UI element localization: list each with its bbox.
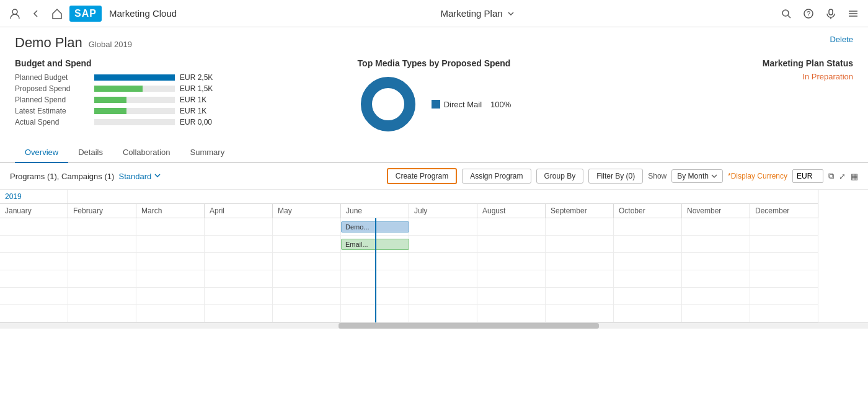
user-icon[interactable] [7,6,22,21]
budget-label: Latest Estimate [15,107,89,115]
gantt-cell [477,253,546,270]
home-icon[interactable] [50,6,64,21]
gantt-cell [682,288,750,304]
gantt-cell [750,218,818,235]
gantt-cell [682,270,750,287]
media-panel: Top Media Types by Proposed Spend Direct… [247,58,621,135]
gantt-cell [546,270,614,287]
filter-by-button[interactable]: Filter By (0) [588,169,643,184]
gantt-cell [409,236,477,252]
page-center-title: Marketing Plan [182,8,774,19]
gantt-cell [273,288,341,304]
tab-details[interactable]: Details [68,143,113,163]
show-label: Show [648,172,666,180]
dashboard: Budget and Spend Planned Budget EUR 2,5K… [0,51,868,143]
gantt-cell [409,270,477,287]
gantt-cell [409,253,477,270]
budget-value: EUR 0,00 [180,118,212,126]
gantt-cell [0,218,68,235]
gantt-cell [409,305,477,322]
group-by-button[interactable]: Group By [536,169,584,184]
search-icon[interactable] [779,6,794,21]
mic-icon[interactable] [823,6,838,21]
tab-summary[interactable]: Summary [180,143,235,163]
gantt-cell [68,270,136,287]
display-currency-label: *Display Currency [728,172,787,180]
gantt-cell [546,236,614,252]
gantt-cell [477,270,546,287]
create-program-button[interactable]: Create Program [387,168,457,184]
gantt-cell [614,305,682,322]
svg-point-0 [12,9,17,14]
gantt-month-cell: January [0,204,68,218]
standard-view-label[interactable]: Standard [119,172,152,181]
gantt-cell [136,253,205,270]
status-panel-title: Marketing Plan Status [621,58,853,68]
gantt-cell [0,305,68,322]
page-title-area: Demo Plan Global 2019 [15,35,132,51]
page-subtitle: Global 2019 [89,40,132,49]
gantt-cell [136,270,205,287]
gantt-cell [546,218,614,235]
gantt-cell [477,236,546,252]
budget-bar [94,86,143,92]
sap-logo: SAP [69,6,102,22]
back-icon[interactable] [29,6,43,21]
budget-bar-container [94,74,175,81]
gantt-cell [68,218,136,235]
grid-icon[interactable]: ▦ [851,172,858,181]
budget-label: Planned Spend [15,95,89,104]
budget-label: Actual Spend [15,118,89,126]
delete-button[interactable]: Delete [830,35,853,44]
gantt-month-cell: October [614,204,682,218]
tab-collaboration[interactable]: Collaboration [113,143,180,163]
legend-label: Direct Mail [444,100,482,109]
copy-icon[interactable]: ⧉ [828,171,834,181]
gantt-year-cell: 2019 [0,190,68,203]
assign-program-button[interactable]: Assign Program [462,169,531,184]
gantt-body: Demo...Email... [0,218,818,322]
app-title: Marketing Cloud [109,8,177,19]
gantt-month-header: JanuaryFebruaryMarchAprilMayJuneJulyAugu… [0,204,818,218]
status-value: In Preparation [621,72,853,81]
gantt-cell [750,288,818,304]
chevron-down-small-icon[interactable] [154,172,161,179]
gantt-cell [205,288,273,304]
tabs-bar: OverviewDetailsCollaborationSummary [0,143,868,163]
gantt-chart: 2019JanuaryFebruaryMarchAprilMayJuneJuly… [0,190,868,322]
donut-chart [357,73,419,135]
gantt-cell [273,236,341,252]
by-month-select[interactable]: By Month [671,169,723,183]
gantt-year-header: 2019 [0,190,818,204]
budget-value: EUR 2,5K [180,73,213,82]
budget-row: Proposed Spend EUR 1,5K [15,84,247,93]
svg-point-11 [376,92,401,117]
gantt-cell [0,236,68,252]
gantt-scrollbar[interactable] [0,322,868,329]
gantt-cell [0,270,68,287]
expand-icon[interactable]: ⤢ [839,172,846,181]
gantt-cell [68,305,136,322]
menu-icon[interactable] [846,6,861,21]
svg-text:?: ? [807,10,810,17]
budget-bar-container [94,119,175,125]
gantt-cell [546,253,614,270]
gantt-cell [205,236,273,252]
gantt-cell [205,305,273,322]
budget-value: EUR 1K [180,95,206,104]
chevron-down-icon[interactable] [507,9,515,18]
budget-bar [94,97,126,103]
tab-overview[interactable]: Overview [15,143,68,163]
gantt-cell [409,218,477,235]
gantt-cell [682,253,750,270]
gantt-cell [614,236,682,252]
gantt-month-cell: May [273,204,341,218]
by-month-label: By Month [677,172,709,180]
legend-color [432,100,440,109]
currency-input[interactable] [792,169,823,183]
today-line [375,218,376,322]
page-header: Demo Plan Global 2019 Delete [0,27,868,51]
gantt-cell [682,236,750,252]
gantt-cell [68,253,136,270]
help-icon[interactable]: ? [801,6,816,21]
